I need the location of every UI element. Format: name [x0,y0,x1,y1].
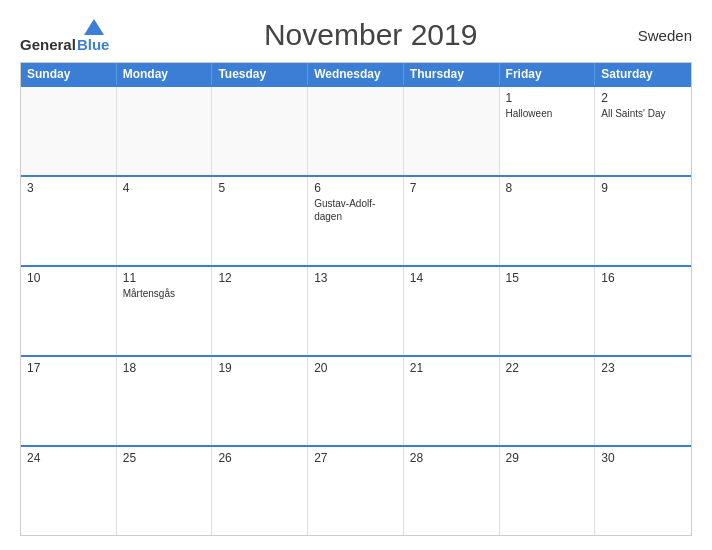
cal-cell-w1-d0: 3 [21,177,117,265]
cal-cell-w4-d6: 30 [595,447,691,535]
day-number: 21 [410,361,493,375]
day-number: 16 [601,271,685,285]
cal-cell-w1-d1: 4 [117,177,213,265]
calendar-event: Mårtensgås [123,287,206,300]
day-number: 1 [506,91,589,105]
cal-cell-w4-d2: 26 [212,447,308,535]
cal-cell-w0-d4 [404,87,500,175]
country-label: Sweden [632,27,692,44]
cal-cell-w0-d3 [308,87,404,175]
cal-cell-w2-d2: 12 [212,267,308,355]
day-number: 2 [601,91,685,105]
cal-cell-w4-d1: 25 [117,447,213,535]
week-row-4: 24252627282930 [21,445,691,535]
cal-cell-w2-d3: 13 [308,267,404,355]
day-number: 10 [27,271,110,285]
cal-cell-w0-d0 [21,87,117,175]
cal-cell-w4-d0: 24 [21,447,117,535]
day-number: 3 [27,181,110,195]
logo: General Blue [20,19,109,52]
cal-cell-w1-d3: 6Gustav-Adolf-dagen [308,177,404,265]
cal-cell-w2-d5: 15 [500,267,596,355]
calendar-event: Halloween [506,107,589,120]
day-number: 8 [506,181,589,195]
col-header-monday: Monday [117,63,213,85]
day-number: 13 [314,271,397,285]
calendar-event: Gustav-Adolf-dagen [314,197,397,223]
day-number: 4 [123,181,206,195]
logo-triangle-icon [84,19,104,35]
page: General Blue November 2019 Sweden Sunday… [0,0,712,550]
calendar-event: All Saints' Day [601,107,685,120]
day-number: 9 [601,181,685,195]
day-number: 27 [314,451,397,465]
week-row-1: 3456Gustav-Adolf-dagen789 [21,175,691,265]
day-number: 12 [218,271,301,285]
cal-cell-w1-d6: 9 [595,177,691,265]
col-header-thursday: Thursday [404,63,500,85]
cal-cell-w3-d6: 23 [595,357,691,445]
week-row-0: 1Halloween2All Saints' Day [21,85,691,175]
calendar: Sunday Monday Tuesday Wednesday Thursday… [20,62,692,536]
day-number: 23 [601,361,685,375]
day-number: 11 [123,271,206,285]
day-number: 24 [27,451,110,465]
cal-cell-w1-d5: 8 [500,177,596,265]
week-row-3: 17181920212223 [21,355,691,445]
cal-cell-w1-d2: 5 [212,177,308,265]
calendar-header-row: Sunday Monday Tuesday Wednesday Thursday… [21,63,691,85]
cal-cell-w4-d5: 29 [500,447,596,535]
cal-cell-w0-d2 [212,87,308,175]
day-number: 30 [601,451,685,465]
logo-general-text: General [20,37,76,52]
cal-cell-w2-d1: 11Mårtensgås [117,267,213,355]
day-number: 25 [123,451,206,465]
day-number: 20 [314,361,397,375]
page-title: November 2019 [109,18,632,52]
day-number: 6 [314,181,397,195]
cal-cell-w2-d0: 10 [21,267,117,355]
calendar-body: 1Halloween2All Saints' Day3456Gustav-Ado… [21,85,691,535]
day-number: 17 [27,361,110,375]
col-header-tuesday: Tuesday [212,63,308,85]
cal-cell-w0-d5: 1Halloween [500,87,596,175]
cal-cell-w4-d4: 28 [404,447,500,535]
cal-cell-w3-d1: 18 [117,357,213,445]
col-header-wednesday: Wednesday [308,63,404,85]
day-number: 22 [506,361,589,375]
col-header-saturday: Saturday [595,63,691,85]
cal-cell-w4-d3: 27 [308,447,404,535]
cal-cell-w3-d5: 22 [500,357,596,445]
cal-cell-w1-d4: 7 [404,177,500,265]
day-number: 15 [506,271,589,285]
cal-cell-w3-d0: 17 [21,357,117,445]
cal-cell-w2-d6: 16 [595,267,691,355]
day-number: 18 [123,361,206,375]
day-number: 5 [218,181,301,195]
cal-cell-w2-d4: 14 [404,267,500,355]
page-header: General Blue November 2019 Sweden [20,18,692,52]
cal-cell-w3-d2: 19 [212,357,308,445]
col-header-friday: Friday [500,63,596,85]
day-number: 14 [410,271,493,285]
cal-cell-w0-d6: 2All Saints' Day [595,87,691,175]
day-number: 29 [506,451,589,465]
day-number: 28 [410,451,493,465]
week-row-2: 1011Mårtensgås1213141516 [21,265,691,355]
day-number: 19 [218,361,301,375]
day-number: 7 [410,181,493,195]
cal-cell-w3-d4: 21 [404,357,500,445]
cal-cell-w0-d1 [117,87,213,175]
day-number: 26 [218,451,301,465]
col-header-sunday: Sunday [21,63,117,85]
logo-blue-text: Blue [77,37,110,52]
cal-cell-w3-d3: 20 [308,357,404,445]
